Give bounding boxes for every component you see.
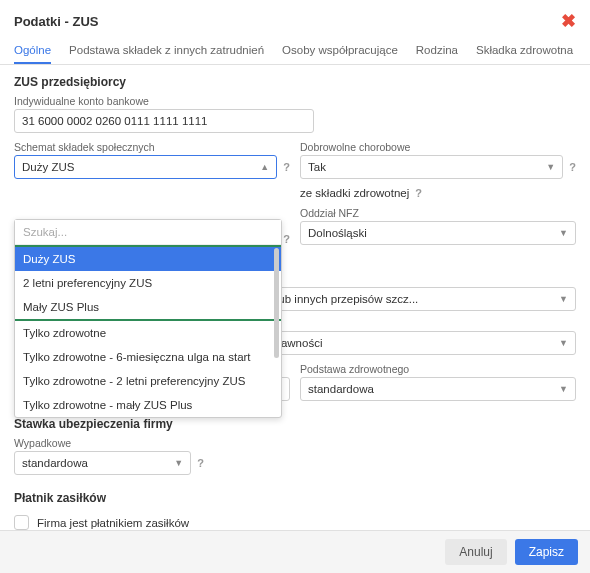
save-button[interactable]: Zapisz [515, 539, 578, 565]
dobrowolne-select[interactable]: Tak ▼ [300, 155, 563, 179]
wypadkowe-select[interactable]: standardowa ▼ [14, 451, 191, 475]
help-icon[interactable]: ? [283, 161, 290, 173]
stawka-title: Stawka ubezpieczenia firmy [14, 417, 576, 431]
schemat-select[interactable]: Duży ZUS ▲ [14, 155, 277, 179]
platnik-title: Płatnik zasiłków [14, 491, 576, 505]
dropdown-item[interactable]: Tylko zdrowotne - 6-miesięczna ulga na s… [15, 345, 281, 369]
podstawa-zdr-label: Podstawa zdrowotnego [300, 363, 576, 375]
dobrowolne-label: Dobrowolne chorobowe [300, 141, 576, 153]
caret-down-icon: ▼ [174, 458, 183, 468]
dropdown-item[interactable]: Tylko zdrowotne - mały ZUS Plus [15, 393, 281, 417]
dropdown-item[interactable]: 2 letni preferencyjny ZUS [15, 271, 281, 295]
zus-section-title: ZUS przedsiębiorcy [14, 75, 576, 89]
close-icon[interactable]: ✖ [561, 10, 576, 32]
dropdown-item[interactable]: Mały ZUS Plus [15, 295, 281, 319]
help-icon[interactable]: ? [197, 457, 204, 469]
tab-ogolne[interactable]: Ogólne [14, 38, 51, 64]
modal-title: Podatki - ZUS [14, 14, 99, 29]
oddzial-select[interactable]: Dolnośląski ▼ [300, 221, 576, 245]
cancel-button[interactable]: Anuluj [445, 539, 506, 565]
tab-zdrowotna[interactable]: Składka zdrowotna [476, 38, 573, 64]
tab-bar: Ogólne Podstawa składek z innych zatrudn… [0, 38, 590, 65]
caret-down-icon: ▼ [559, 294, 568, 304]
dropdown-item[interactable]: Tylko zdrowotne [15, 321, 281, 345]
dropdown-search-input[interactable] [15, 220, 281, 245]
caret-up-icon: ▲ [260, 162, 269, 172]
help-icon[interactable]: ? [283, 233, 290, 245]
caret-down-icon: ▼ [559, 338, 568, 348]
caret-down-icon: ▼ [559, 384, 568, 394]
dropdown-item[interactable]: Duży ZUS [15, 247, 281, 271]
dropdown-item[interactable]: Tylko zdrowotne - 2 letni preferencyjny … [15, 369, 281, 393]
schemat-label: Schemat składek społecznych [14, 141, 290, 153]
tab-osoby[interactable]: Osoby współpracujące [282, 38, 398, 64]
podstawa-zdr-select[interactable]: standardowa ▼ [300, 377, 576, 401]
wypadkowe-label: Wypadkowe [14, 437, 204, 449]
help-icon[interactable]: ? [415, 187, 422, 199]
platnik-checkbox[interactable] [14, 515, 29, 530]
tab-podstawa[interactable]: Podstawa składek z innych zatrudnień [69, 38, 264, 64]
scrollbar[interactable] [274, 248, 279, 358]
account-input[interactable]: 31 6000 0002 0260 0111 1111 1111 [14, 109, 314, 133]
schemat-dropdown: Duży ZUS 2 letni preferencyjny ZUS Mały … [14, 219, 282, 418]
oddzial-label: Oddział NFZ [300, 207, 576, 219]
caret-down-icon: ▼ [546, 162, 555, 172]
tab-rodzina[interactable]: Rodzina [416, 38, 458, 64]
zdrowotna-partial-text: ze składki zdrowotnej [300, 187, 409, 199]
caret-down-icon: ▼ [559, 228, 568, 238]
account-label: Indywidualne konto bankowe [14, 95, 576, 107]
help-icon[interactable]: ? [569, 161, 576, 173]
platnik-checkbox-label: Firma jest płatnikiem zasiłków [37, 517, 189, 529]
